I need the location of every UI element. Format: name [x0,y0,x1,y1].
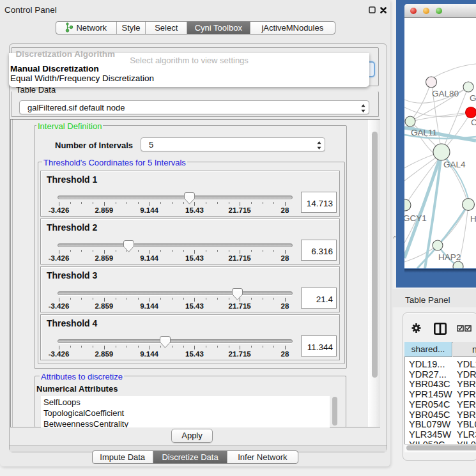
svg-text:GAL80: GAL80 [432,89,459,98]
svg-text:C: C [471,118,476,127]
svg-text:GAL11: GAL11 [411,128,437,137]
svg-text:HA: HA [470,214,476,224]
svg-text:GCY1: GCY1 [404,213,427,223]
svg-text:HAP2: HAP2 [438,252,461,262]
svg-text:GA: GA [470,93,476,103]
svg-text:GAL4: GAL4 [443,160,466,169]
